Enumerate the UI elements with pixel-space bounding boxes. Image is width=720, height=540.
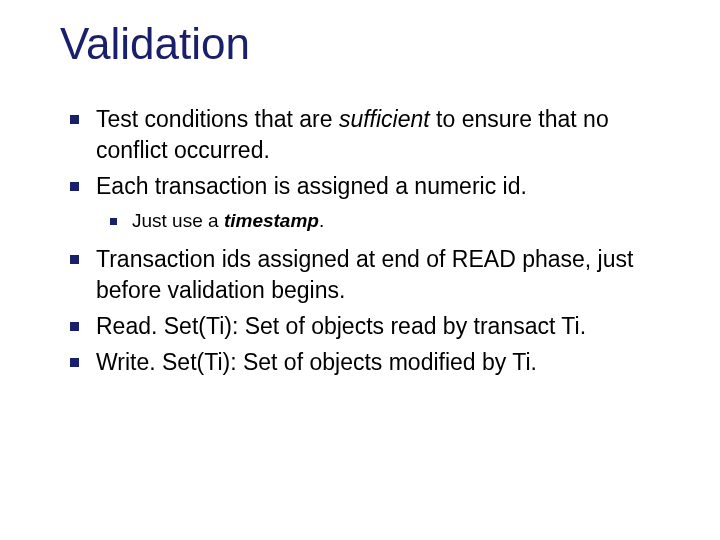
bullet-item: Test conditions that are sufficient to e… [60, 104, 670, 165]
sub-bullet-strong: timestamp [224, 210, 319, 231]
bullet-text: Transaction ids assigned at end of READ … [96, 246, 633, 302]
sub-bullet-text: . [319, 210, 324, 231]
bullet-text: Test conditions that are [96, 106, 339, 132]
sub-bullet-item: Just use a timestamp. [96, 209, 670, 234]
bullet-emph: sufficient [339, 106, 430, 132]
bullet-list: Test conditions that are sufficient to e… [60, 104, 670, 377]
sub-bullet-text: Just use a [132, 210, 224, 231]
bullet-text: Write. Set(Ti): Set of objects modified … [96, 349, 537, 375]
bullet-item: Each transaction is assigned a numeric i… [60, 171, 670, 234]
slide: Validation Test conditions that are suff… [0, 0, 720, 540]
slide-title: Validation [60, 20, 670, 68]
bullet-text: Read. Set(Ti): Set of objects read by tr… [96, 313, 586, 339]
bullet-text: Each transaction is assigned a numeric i… [96, 173, 527, 199]
bullet-item: Read. Set(Ti): Set of objects read by tr… [60, 311, 670, 341]
sub-bullet-list: Just use a timestamp. [96, 209, 670, 234]
bullet-item: Write. Set(Ti): Set of objects modified … [60, 347, 670, 377]
bullet-item: Transaction ids assigned at end of READ … [60, 244, 670, 305]
